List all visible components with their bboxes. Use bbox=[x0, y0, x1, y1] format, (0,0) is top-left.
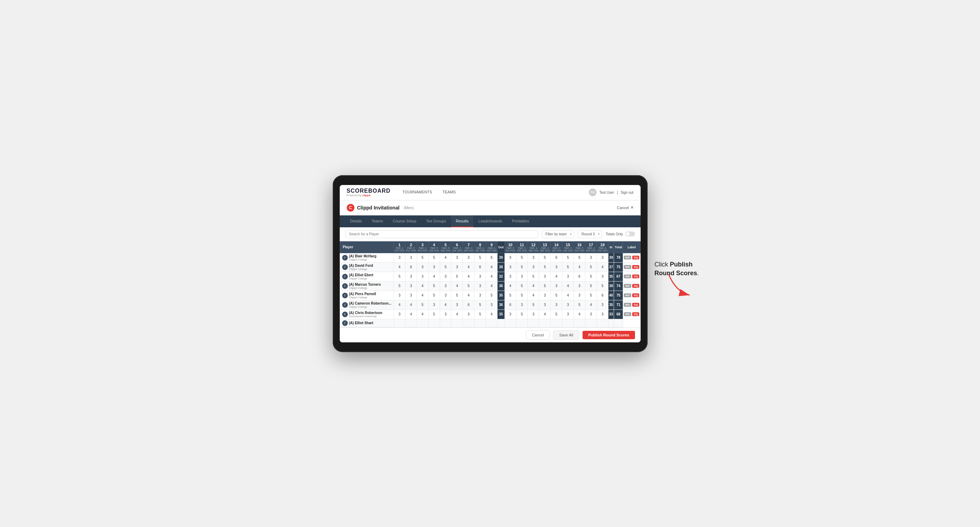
score-hole-14[interactable]: 6 bbox=[551, 253, 562, 262]
score-hole-15[interactable]: 3 bbox=[562, 272, 574, 281]
score-hole-16[interactable]: 3 bbox=[574, 281, 585, 290]
score-hole-6[interactable]: 3 bbox=[451, 253, 463, 262]
score-hole-10[interactable]: 3 bbox=[504, 262, 516, 272]
score-hole-6[interactable]: 3 bbox=[451, 300, 463, 310]
dq-badge[interactable]: DQ bbox=[632, 303, 639, 307]
score-cell-empty[interactable] bbox=[405, 319, 417, 327]
score-hole-12[interactable]: 5 bbox=[528, 272, 539, 281]
sign-out-link[interactable]: Sign out bbox=[620, 190, 634, 194]
score-hole-4[interactable]: 5 bbox=[428, 253, 440, 262]
score-hole-8[interactable]: 5 bbox=[474, 310, 486, 319]
score-cell-empty[interactable] bbox=[528, 319, 539, 327]
score-hole-12[interactable]: 3 bbox=[528, 262, 539, 272]
score-hole-13[interactable]: 3 bbox=[539, 300, 551, 310]
score-hole-14[interactable]: 3 bbox=[551, 262, 562, 272]
score-hole-7[interactable]: 4 bbox=[463, 272, 474, 281]
score-hole-8[interactable]: 5 bbox=[474, 300, 486, 310]
score-hole-12[interactable]: 5 bbox=[528, 300, 539, 310]
score-hole-2[interactable]: 3 bbox=[405, 281, 417, 290]
tab-leaderboards[interactable]: Leaderboards bbox=[473, 216, 507, 227]
score-hole-14[interactable]: 4 bbox=[551, 272, 562, 281]
score-hole-18[interactable]: 3 bbox=[597, 310, 608, 319]
score-hole-10[interactable]: 3 bbox=[504, 310, 516, 319]
score-hole-13[interactable]: 5 bbox=[539, 253, 551, 262]
score-hole-13[interactable]: 5 bbox=[539, 281, 551, 290]
publish-round-scores-button[interactable]: Publish Round Scores bbox=[582, 331, 635, 339]
score-hole-8[interactable]: 3 bbox=[474, 290, 486, 300]
score-hole-1[interactable]: 3 bbox=[394, 290, 405, 300]
score-hole-6[interactable]: 3 bbox=[451, 262, 463, 272]
score-hole-16[interactable]: 3 bbox=[574, 290, 585, 300]
score-hole-5[interactable]: 3 bbox=[440, 281, 451, 290]
score-hole-6[interactable]: 5 bbox=[451, 272, 463, 281]
score-hole-7[interactable]: 4 bbox=[463, 262, 474, 272]
score-cell-empty[interactable] bbox=[428, 319, 440, 327]
score-hole-18[interactable]: 3 bbox=[597, 272, 608, 281]
score-hole-13[interactable]: 5 bbox=[539, 262, 551, 272]
score-hole-9[interactable]: 4 bbox=[486, 262, 498, 272]
score-hole-15[interactable]: 4 bbox=[562, 290, 574, 300]
score-hole-1[interactable]: 3 bbox=[394, 253, 405, 262]
score-hole-18[interactable]: 3 bbox=[597, 300, 608, 310]
score-hole-15[interactable]: 3 bbox=[562, 300, 574, 310]
score-hole-17[interactable]: 5 bbox=[585, 281, 597, 290]
score-hole-7[interactable]: 4 bbox=[463, 290, 474, 300]
wd-badge[interactable]: WD bbox=[624, 256, 631, 259]
cancel-button[interactable]: Cancel bbox=[526, 330, 550, 340]
score-hole-9[interactable]: 4 bbox=[486, 272, 498, 281]
save-all-button[interactable]: Save All bbox=[553, 330, 579, 340]
score-hole-4[interactable]: 5 bbox=[428, 281, 440, 290]
totals-toggle-switch[interactable] bbox=[625, 232, 635, 237]
score-hole-1[interactable]: 5 bbox=[394, 272, 405, 281]
score-hole-3[interactable]: 5 bbox=[417, 253, 428, 262]
score-hole-9[interactable]: 5 bbox=[486, 290, 498, 300]
tab-course-setup[interactable]: Course Setup bbox=[388, 216, 421, 227]
score-cell-empty[interactable] bbox=[608, 319, 614, 327]
score-cell-empty[interactable] bbox=[574, 319, 585, 327]
score-cell-empty[interactable] bbox=[551, 319, 562, 327]
score-hole-16[interactable]: 4 bbox=[574, 310, 585, 319]
score-hole-11[interactable]: 5 bbox=[516, 310, 528, 319]
score-hole-2[interactable]: 4 bbox=[405, 300, 417, 310]
score-hole-16[interactable]: 5 bbox=[574, 300, 585, 310]
score-hole-11[interactable]: 3 bbox=[516, 300, 528, 310]
score-hole-12[interactable]: 3 bbox=[528, 253, 539, 262]
score-hole-3[interactable]: 4 bbox=[417, 290, 428, 300]
score-hole-17[interactable]: 4 bbox=[585, 300, 597, 310]
wd-badge[interactable]: WD bbox=[624, 294, 631, 297]
score-hole-4[interactable]: 4 bbox=[428, 272, 440, 281]
score-hole-3[interactable]: 3 bbox=[417, 272, 428, 281]
score-cell-empty[interactable] bbox=[504, 319, 516, 327]
score-hole-9[interactable]: 4 bbox=[486, 310, 498, 319]
filter-team-select[interactable]: Filter by team bbox=[542, 230, 574, 238]
score-cell-empty[interactable] bbox=[614, 319, 623, 327]
score-hole-13[interactable]: 3 bbox=[539, 272, 551, 281]
score-hole-11[interactable]: 5 bbox=[516, 290, 528, 300]
score-hole-4[interactable]: 5 bbox=[428, 290, 440, 300]
score-hole-5[interactable]: 3 bbox=[440, 310, 451, 319]
score-hole-7[interactable]: 3 bbox=[463, 253, 474, 262]
score-hole-3[interactable]: 3 bbox=[417, 262, 428, 272]
score-hole-15[interactable]: 3 bbox=[562, 310, 574, 319]
score-hole-13[interactable]: 3 bbox=[539, 290, 551, 300]
score-hole-5[interactable]: 3 bbox=[440, 272, 451, 281]
score-hole-1[interactable]: 5 bbox=[394, 281, 405, 290]
score-hole-11[interactable]: 5 bbox=[516, 253, 528, 262]
score-cell-empty[interactable] bbox=[394, 319, 405, 327]
nav-tournaments[interactable]: TOURNAMENTS bbox=[402, 190, 432, 195]
score-cell-empty[interactable] bbox=[451, 319, 463, 327]
search-input[interactable] bbox=[345, 230, 538, 238]
score-hole-14[interactable]: 5 bbox=[551, 290, 562, 300]
score-hole-15[interactable]: 4 bbox=[562, 281, 574, 290]
score-hole-2[interactable]: 4 bbox=[405, 310, 417, 319]
score-hole-10[interactable]: 4 bbox=[504, 281, 516, 290]
score-hole-4[interactable]: 5 bbox=[428, 310, 440, 319]
score-hole-16[interactable]: 4 bbox=[574, 262, 585, 272]
score-cell-empty[interactable] bbox=[516, 319, 528, 327]
score-hole-3[interactable]: 4 bbox=[417, 281, 428, 290]
score-hole-14[interactable]: 3 bbox=[551, 281, 562, 290]
wd-badge[interactable]: WD bbox=[624, 284, 631, 288]
score-hole-9[interactable]: 4 bbox=[486, 281, 498, 290]
score-hole-17[interactable]: 5 bbox=[585, 290, 597, 300]
dq-badge[interactable]: DQ bbox=[632, 284, 639, 288]
